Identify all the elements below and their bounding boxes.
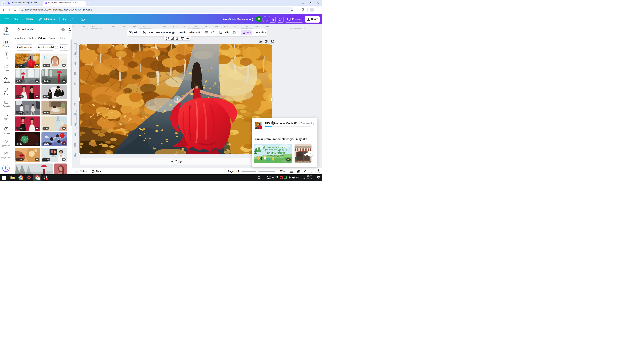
svg-text:Coffee Shop: Coffee Shop (300, 146, 306, 148)
svg-text:Importance, Strategies, and Da: Importance, Strategies, and Daily (267, 155, 285, 156)
svg-text:PROTECTING OUR: PROTECTING OUR (265, 149, 287, 151)
svg-text:ENVIRONMENT: ENVIRONMENT (267, 151, 285, 154)
svg-text:GREEN PRACTICES: GREEN PRACTICES (268, 147, 284, 148)
svg-text:co: co (6, 66, 7, 68)
